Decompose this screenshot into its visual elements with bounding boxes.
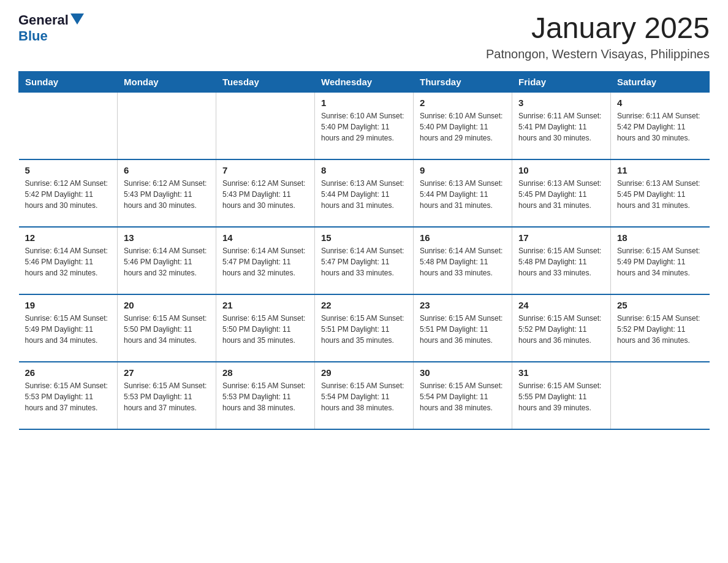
day-number: 18 <box>617 232 703 243</box>
calendar-cell: 6Sunrise: 6:12 AM Sunset: 5:43 PM Daylig… <box>118 159 216 227</box>
day-info: Sunrise: 6:15 AM Sunset: 5:54 PM Dayligh… <box>420 380 506 413</box>
calendar-cell: 25Sunrise: 6:15 AM Sunset: 5:52 PM Dayli… <box>611 294 710 362</box>
day-info: Sunrise: 6:15 AM Sunset: 5:53 PM Dayligh… <box>25 380 112 413</box>
calendar-cell: 18Sunrise: 6:15 AM Sunset: 5:49 PM Dayli… <box>611 227 710 294</box>
day-info: Sunrise: 6:14 AM Sunset: 5:46 PM Dayligh… <box>25 245 112 278</box>
day-info: Sunrise: 6:15 AM Sunset: 5:49 PM Dayligh… <box>25 313 112 346</box>
day-number: 4 <box>617 98 703 108</box>
calendar-cell: 30Sunrise: 6:15 AM Sunset: 5:54 PM Dayli… <box>414 362 512 429</box>
day-number: 25 <box>617 300 703 310</box>
day-info: Sunrise: 6:13 AM Sunset: 5:45 PM Dayligh… <box>617 178 703 211</box>
day-number: 14 <box>222 232 308 243</box>
day-number: 26 <box>25 367 112 378</box>
calendar-cell: 14Sunrise: 6:14 AM Sunset: 5:47 PM Dayli… <box>216 227 315 294</box>
weekday-header-monday: Monday <box>118 71 216 92</box>
day-number: 28 <box>222 367 308 378</box>
calendar-week-row: 19Sunrise: 6:15 AM Sunset: 5:49 PM Dayli… <box>19 294 710 362</box>
day-info: Sunrise: 6:15 AM Sunset: 5:52 PM Dayligh… <box>518 313 604 346</box>
day-info: Sunrise: 6:15 AM Sunset: 5:51 PM Dayligh… <box>321 313 407 346</box>
calendar-cell: 23Sunrise: 6:15 AM Sunset: 5:51 PM Dayli… <box>414 294 512 362</box>
day-info: Sunrise: 6:12 AM Sunset: 5:43 PM Dayligh… <box>124 178 210 211</box>
day-number: 12 <box>25 232 112 243</box>
calendar-cell: 21Sunrise: 6:15 AM Sunset: 5:50 PM Dayli… <box>216 294 315 362</box>
calendar-cell: 4Sunrise: 6:11 AM Sunset: 5:42 PM Daylig… <box>611 92 710 159</box>
day-info: Sunrise: 6:15 AM Sunset: 5:52 PM Dayligh… <box>617 313 703 346</box>
calendar-cell: 27Sunrise: 6:15 AM Sunset: 5:53 PM Dayli… <box>118 362 216 429</box>
day-info: Sunrise: 6:13 AM Sunset: 5:44 PM Dayligh… <box>420 178 506 211</box>
day-number: 6 <box>124 165 210 175</box>
day-info: Sunrise: 6:14 AM Sunset: 5:46 PM Dayligh… <box>124 245 210 278</box>
calendar-table: SundayMondayTuesdayWednesdayThursdayFrid… <box>18 71 710 431</box>
svg-marker-0 <box>70 13 84 25</box>
calendar-week-row: 26Sunrise: 6:15 AM Sunset: 5:53 PM Dayli… <box>19 362 710 429</box>
calendar-cell: 11Sunrise: 6:13 AM Sunset: 5:45 PM Dayli… <box>611 159 710 227</box>
weekday-header-wednesday: Wednesday <box>315 71 414 92</box>
title-block: January 2025 Patnongon, Western Visayas,… <box>486 12 710 61</box>
calendar-cell: 28Sunrise: 6:15 AM Sunset: 5:53 PM Dayli… <box>216 362 315 429</box>
day-info: Sunrise: 6:13 AM Sunset: 5:44 PM Dayligh… <box>321 178 407 211</box>
calendar-cell: 3Sunrise: 6:11 AM Sunset: 5:41 PM Daylig… <box>512 92 611 159</box>
calendar-cell: 20Sunrise: 6:15 AM Sunset: 5:50 PM Dayli… <box>118 294 216 362</box>
calendar-cell: 17Sunrise: 6:15 AM Sunset: 5:48 PM Dayli… <box>512 227 611 294</box>
day-info: Sunrise: 6:14 AM Sunset: 5:48 PM Dayligh… <box>420 245 506 278</box>
day-info: Sunrise: 6:12 AM Sunset: 5:42 PM Dayligh… <box>25 178 112 211</box>
calendar-cell: 13Sunrise: 6:14 AM Sunset: 5:46 PM Dayli… <box>118 227 216 294</box>
calendar-cell: 10Sunrise: 6:13 AM Sunset: 5:45 PM Dayli… <box>512 159 611 227</box>
day-info: Sunrise: 6:11 AM Sunset: 5:41 PM Dayligh… <box>518 110 604 144</box>
day-number: 23 <box>420 300 506 310</box>
day-number: 17 <box>518 232 604 243</box>
weekday-header-friday: Friday <box>512 71 611 92</box>
day-info: Sunrise: 6:15 AM Sunset: 5:55 PM Dayligh… <box>518 380 604 413</box>
calendar-cell: 7Sunrise: 6:12 AM Sunset: 5:43 PM Daylig… <box>216 159 315 227</box>
day-info: Sunrise: 6:12 AM Sunset: 5:43 PM Dayligh… <box>222 178 308 211</box>
logo: General Blue <box>18 12 84 44</box>
day-number: 21 <box>222 300 308 310</box>
day-number: 20 <box>124 300 210 310</box>
day-info: Sunrise: 6:15 AM Sunset: 5:53 PM Dayligh… <box>222 380 308 413</box>
day-number: 13 <box>124 232 210 243</box>
calendar-cell <box>19 92 118 159</box>
logo-general-text: General <box>18 12 69 28</box>
calendar-cell <box>118 92 216 159</box>
day-number: 16 <box>420 232 506 243</box>
page-header: General Blue January 2025 Patnongon, Wes… <box>18 12 710 61</box>
day-number: 11 <box>617 165 703 175</box>
day-number: 10 <box>518 165 604 175</box>
day-number: 19 <box>25 300 112 310</box>
day-number: 7 <box>222 165 308 175</box>
calendar-cell <box>611 362 710 429</box>
day-info: Sunrise: 6:13 AM Sunset: 5:45 PM Dayligh… <box>518 178 604 211</box>
day-number: 27 <box>124 367 210 378</box>
day-number: 31 <box>518 367 604 378</box>
logo-arrow-icon <box>70 13 84 27</box>
calendar-cell: 2Sunrise: 6:10 AM Sunset: 5:40 PM Daylig… <box>414 92 512 159</box>
day-number: 2 <box>420 98 506 108</box>
location-title: Patnongon, Western Visayas, Philippines <box>486 47 710 61</box>
weekday-header-thursday: Thursday <box>414 71 512 92</box>
calendar-cell: 5Sunrise: 6:12 AM Sunset: 5:42 PM Daylig… <box>19 159 118 227</box>
weekday-header-row: SundayMondayTuesdayWednesdayThursdayFrid… <box>19 71 710 92</box>
day-info: Sunrise: 6:10 AM Sunset: 5:40 PM Dayligh… <box>321 110 407 144</box>
day-number: 15 <box>321 232 407 243</box>
weekday-header-saturday: Saturday <box>611 71 710 92</box>
day-number: 1 <box>321 98 407 108</box>
weekday-header-tuesday: Tuesday <box>216 71 315 92</box>
day-info: Sunrise: 6:15 AM Sunset: 5:54 PM Dayligh… <box>321 380 407 413</box>
day-info: Sunrise: 6:15 AM Sunset: 5:48 PM Dayligh… <box>518 245 604 278</box>
day-number: 22 <box>321 300 407 310</box>
weekday-header-sunday: Sunday <box>19 71 118 92</box>
day-info: Sunrise: 6:10 AM Sunset: 5:40 PM Dayligh… <box>420 110 506 144</box>
calendar-week-row: 5Sunrise: 6:12 AM Sunset: 5:42 PM Daylig… <box>19 159 710 227</box>
calendar-cell <box>216 92 315 159</box>
day-number: 8 <box>321 165 407 175</box>
day-info: Sunrise: 6:15 AM Sunset: 5:53 PM Dayligh… <box>124 380 210 413</box>
calendar-cell: 12Sunrise: 6:14 AM Sunset: 5:46 PM Dayli… <box>19 227 118 294</box>
day-info: Sunrise: 6:15 AM Sunset: 5:49 PM Dayligh… <box>617 245 703 278</box>
calendar-cell: 9Sunrise: 6:13 AM Sunset: 5:44 PM Daylig… <box>414 159 512 227</box>
calendar-cell: 15Sunrise: 6:14 AM Sunset: 5:47 PM Dayli… <box>315 227 414 294</box>
day-info: Sunrise: 6:11 AM Sunset: 5:42 PM Dayligh… <box>617 110 703 144</box>
calendar-cell: 22Sunrise: 6:15 AM Sunset: 5:51 PM Dayli… <box>315 294 414 362</box>
day-number: 5 <box>25 165 112 175</box>
calendar-cell: 26Sunrise: 6:15 AM Sunset: 5:53 PM Dayli… <box>19 362 118 429</box>
calendar-cell: 16Sunrise: 6:14 AM Sunset: 5:48 PM Dayli… <box>414 227 512 294</box>
